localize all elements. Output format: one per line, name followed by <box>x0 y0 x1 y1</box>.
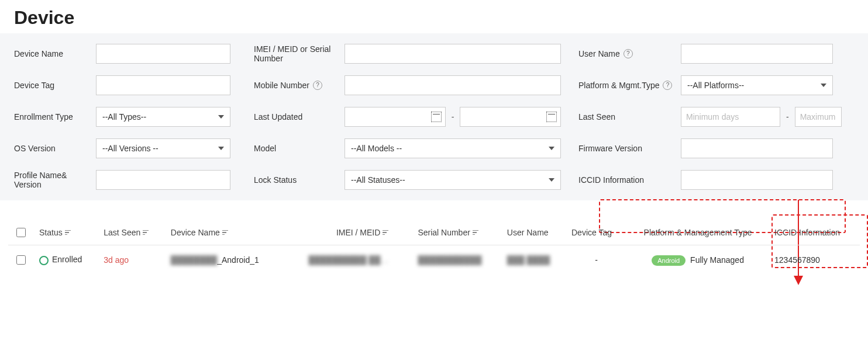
calendar-icon <box>546 112 557 122</box>
col-tag: Device Tag <box>566 220 627 245</box>
col-iccid: ICCID Information <box>769 220 860 245</box>
last-seen-max-input[interactable] <box>795 107 842 127</box>
select-all-checkbox[interactable] <box>16 228 26 237</box>
cell-platform: AndroidFully Managed <box>627 245 769 275</box>
cell-iccid: 1234567890 <box>769 245 860 275</box>
range-dash: - <box>452 112 454 122</box>
cell-user: ███ ████ <box>501 245 566 275</box>
redacted-text: ████████ <box>171 255 217 265</box>
mobile-number-input[interactable] <box>345 75 561 95</box>
iccid-input[interactable] <box>681 170 833 190</box>
label-user-name-text: User Name <box>578 49 620 58</box>
label-mobile-number: Mobile Number ? <box>254 81 345 90</box>
enroll-type-dropdown[interactable]: --All Types-- <box>96 107 230 127</box>
sort-icon <box>473 230 478 235</box>
label-profile: Profile Name& Version <box>14 171 96 189</box>
device-name-input[interactable] <box>96 44 230 64</box>
profile-input[interactable] <box>96 170 230 190</box>
help-icon[interactable]: ? <box>624 49 633 58</box>
platform-selected: --All Platforms-- <box>687 81 744 90</box>
last-seen-min-input[interactable] <box>681 107 780 127</box>
redacted-text: ███████████ <box>418 255 481 265</box>
platform-badge: Android <box>652 255 686 266</box>
col-user: User Name <box>501 220 566 245</box>
col-last-seen[interactable]: Last Seen <box>98 220 165 245</box>
chevron-down-icon <box>218 115 224 119</box>
chevron-down-icon <box>218 147 224 150</box>
model-selected: --All Models -- <box>351 144 402 153</box>
sort-icon <box>143 230 149 235</box>
status-circle-icon <box>39 256 49 265</box>
label-lock-status: Lock Status <box>254 175 345 185</box>
imei-input[interactable] <box>345 44 561 64</box>
col-device-name[interactable]: Device Name <box>165 220 283 245</box>
filter-panel: Device Name IMEI / MEID or Serial Number… <box>0 33 868 200</box>
label-last-seen: Last Seen <box>578 112 681 122</box>
redacted-text: ███ ████ <box>507 255 550 265</box>
lock-status-selected: --All Statuses-- <box>351 175 405 185</box>
model-dropdown[interactable]: --All Models -- <box>345 138 561 158</box>
table-row[interactable]: Enrolled 3d ago ████████_Android_1 █████… <box>8 245 860 275</box>
enroll-type-selected: --All Types-- <box>102 112 146 122</box>
chevron-down-icon <box>821 84 826 87</box>
device-table: Status Last Seen Device Name IMEI / MEID… <box>8 220 860 275</box>
sort-icon <box>65 230 71 235</box>
label-firmware: Firmware Version <box>578 144 681 153</box>
help-icon[interactable]: ? <box>313 81 322 90</box>
col-serial[interactable]: Serial Number <box>412 220 501 245</box>
device-table-wrap: Status Last Seen Device Name IMEI / MEID… <box>0 200 868 275</box>
cell-device-name: ████████_Android_1 <box>165 245 283 275</box>
cell-last-seen: 3d ago <box>98 245 165 275</box>
label-imei: IMEI / MEID or Serial Number <box>254 44 345 63</box>
chevron-down-icon <box>549 147 554 150</box>
col-platform: Platform & Management Type <box>627 220 769 245</box>
user-name-input[interactable] <box>681 44 833 64</box>
last-updated-from[interactable] <box>345 107 446 127</box>
label-device-name: Device Name <box>14 49 96 58</box>
sort-icon <box>383 230 388 235</box>
page-title: Device <box>0 0 868 33</box>
cell-status: Enrolled <box>33 245 98 275</box>
label-device-tag: Device Tag <box>14 81 96 90</box>
cell-tag: - <box>566 245 627 275</box>
label-iccid: ICCID Information <box>578 175 681 185</box>
os-version-selected: --All Versions -- <box>102 144 159 153</box>
range-dash: - <box>786 112 789 122</box>
lock-status-dropdown[interactable]: --All Statuses-- <box>345 170 561 190</box>
label-mobile-number-text: Mobile Number <box>254 81 309 90</box>
platform-dropdown[interactable]: --All Platforms-- <box>681 75 833 95</box>
last-updated-to[interactable] <box>460 107 561 127</box>
label-platform-text: Platform & Mgmt.Type <box>578 81 659 90</box>
label-os-version: OS Version <box>14 144 96 153</box>
os-version-dropdown[interactable]: --All Versions -- <box>96 138 230 158</box>
label-user-name: User Name ? <box>578 49 681 58</box>
cell-serial: ███████████ <box>412 245 501 275</box>
label-enroll-type: Enrollment Type <box>14 112 96 122</box>
help-icon[interactable]: ? <box>663 81 672 90</box>
label-model: Model <box>254 144 345 153</box>
device-tag-input[interactable] <box>96 75 230 95</box>
label-platform: Platform & Mgmt.Type ? <box>578 81 681 90</box>
firmware-input[interactable] <box>681 138 833 158</box>
col-imei[interactable]: IMEI / MEID <box>283 220 412 245</box>
calendar-icon <box>431 112 442 122</box>
redacted-text: ██████████ ██… <box>308 255 388 265</box>
cell-imei: ██████████ ██… <box>283 245 412 275</box>
label-last-updated: Last Updated <box>254 112 345 122</box>
row-checkbox[interactable] <box>16 255 26 265</box>
chevron-down-icon <box>549 178 554 182</box>
sort-icon <box>222 230 228 235</box>
col-status[interactable]: Status <box>33 220 98 245</box>
